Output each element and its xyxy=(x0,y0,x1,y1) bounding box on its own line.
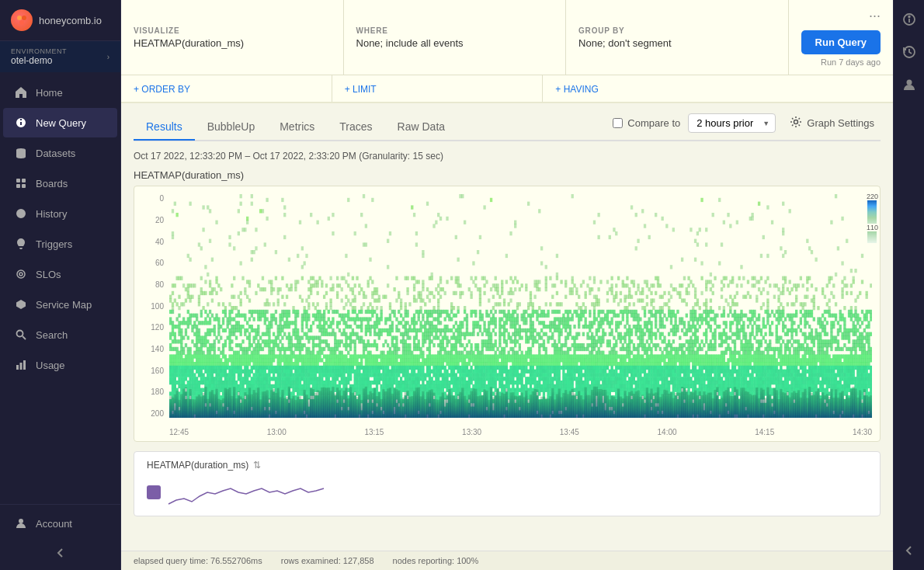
svg-point-16 xyxy=(19,519,23,523)
svg-point-22 xyxy=(906,80,912,85)
svg-rect-15 xyxy=(23,360,26,370)
sidebar-item-boards[interactable]: Boards xyxy=(3,169,117,198)
mini-chart-title: HEATMAP(duration_ms) xyxy=(147,460,248,471)
tab-metrics[interactable]: Metrics xyxy=(267,114,327,141)
svg-point-11 xyxy=(17,331,23,337)
query-menu-button[interactable]: ··· xyxy=(869,8,881,24)
environment-name: otel-demo xyxy=(11,55,67,66)
tab-traces[interactable]: Traces xyxy=(327,114,384,141)
svg-line-12 xyxy=(23,336,26,339)
collapse-sidebar-button[interactable] xyxy=(0,539,120,567)
mini-line-chart xyxy=(168,477,867,508)
sidebar-label-account: Account xyxy=(36,518,72,530)
person-panel-icon[interactable] xyxy=(898,73,921,96)
sidebar-label-new-query: New Query xyxy=(36,117,86,129)
sidebar-item-new-query[interactable]: New Query xyxy=(3,108,117,137)
sidebar-label-service-map: Service Map xyxy=(36,299,92,311)
svg-rect-5 xyxy=(22,179,26,182)
triggers-icon xyxy=(14,237,28,251)
info-panel-icon[interactable] xyxy=(898,8,921,31)
environment-label: ENVIRONMENT xyxy=(11,47,67,55)
sidebar-item-home[interactable]: Home xyxy=(3,78,117,107)
legend-high-value: 220 xyxy=(867,193,878,200)
add-limit-link[interactable]: + LIMIT xyxy=(345,84,377,95)
sidebar-item-triggers[interactable]: Triggers xyxy=(3,229,117,259)
svg-rect-13 xyxy=(16,365,19,370)
sidebar-item-history[interactable]: History xyxy=(3,199,117,228)
y-label-20: 20 xyxy=(155,216,164,224)
sidebar-label-datasets: Datasets xyxy=(36,148,75,159)
run-info: Run 7 days ago xyxy=(821,57,881,67)
sidebar-item-search[interactable]: Search xyxy=(3,320,117,349)
nodes-reporting: nodes reporting: 100% xyxy=(393,556,479,565)
chart-section: Oct 17 2022, 12:33:20 PM – Oct 17 2022, … xyxy=(134,141,881,526)
sidebar-item-usage[interactable]: Usage xyxy=(3,350,117,380)
actions-spacer xyxy=(753,75,893,102)
home-icon xyxy=(14,85,28,99)
chart-title: HEATMAP(duration_ms) xyxy=(134,169,881,181)
compare-checkbox[interactable] xyxy=(613,118,623,128)
visualize-value[interactable]: HEATMAP(duration_ms) xyxy=(134,37,331,49)
sidebar-item-datasets[interactable]: Datasets xyxy=(3,138,117,168)
tab-results[interactable]: Results xyxy=(134,114,195,141)
history-icon xyxy=(14,207,28,221)
tab-raw-data[interactable]: Raw Data xyxy=(385,114,457,141)
svg-point-8 xyxy=(17,270,25,278)
add-order-by-link[interactable]: + ORDER BY xyxy=(134,84,190,95)
x-label-1345: 13:45 xyxy=(560,428,579,436)
right-panel xyxy=(893,0,924,570)
status-bar: elapsed query time: 76.552706ms rows exa… xyxy=(121,551,893,570)
environment-info: ENVIRONMENT otel-demo xyxy=(11,47,67,66)
main-content: VISUALIZE HEATMAP(duration_ms) WHERE Non… xyxy=(121,0,893,570)
collapse-right-icon[interactable] xyxy=(898,539,921,562)
query-row-bottom: + ORDER BY + LIMIT + HAVING xyxy=(121,75,893,102)
y-label-60: 60 xyxy=(155,259,164,267)
compare-to-control: Compare to xyxy=(613,117,680,129)
svg-point-17 xyxy=(794,120,798,124)
compare-select[interactable]: 2 hours prior 1 day prior 1 week prior xyxy=(688,113,776,133)
svg-point-20 xyxy=(908,16,910,18)
x-axis: 12:45 13:00 13:15 13:30 13:45 14:00 14:1… xyxy=(169,428,872,436)
tabs-bar: Results BubbleUp Metrics Traces Raw Data… xyxy=(134,103,881,141)
sidebar-label-search: Search xyxy=(36,329,68,341)
mini-chart-section: HEATMAP(duration_ms) ⇅ xyxy=(134,451,881,516)
y-label-200: 200 xyxy=(151,409,164,418)
graph-settings-button[interactable]: Graph Settings xyxy=(783,113,881,134)
svg-marker-10 xyxy=(16,300,26,309)
svg-rect-4 xyxy=(16,179,20,182)
sidebar-label-usage: Usage xyxy=(36,360,65,371)
gear-icon xyxy=(790,116,802,130)
swap-icon[interactable]: ⇅ xyxy=(253,460,261,471)
legend-mid-value: 110 xyxy=(867,224,878,231)
svg-point-1 xyxy=(22,16,26,20)
group-by-value[interactable]: None; don't segment xyxy=(578,37,776,49)
svg-point-9 xyxy=(19,273,23,276)
where-value[interactable]: None; include all events xyxy=(356,37,554,49)
where-cell: WHERE None; include all events xyxy=(344,0,567,75)
add-having-link[interactable]: + HAVING xyxy=(555,84,598,95)
mini-chart-header: HEATMAP(duration_ms) ⇅ xyxy=(147,460,867,471)
x-label-1245: 12:45 xyxy=(169,428,189,436)
y-label-160: 160 xyxy=(151,367,164,375)
tab-bubbleup[interactable]: BubbleUp xyxy=(195,114,268,141)
sidebar: honeycomb.io ENVIRONMENT otel-demo › Hom… xyxy=(0,0,121,570)
having-cell: + HAVING xyxy=(543,75,753,102)
sidebar-item-account[interactable]: Account xyxy=(3,509,117,538)
y-label-0: 0 xyxy=(159,194,164,203)
group-by-label: GROUP BY xyxy=(578,26,776,35)
sidebar-label-triggers: Triggers xyxy=(36,238,72,250)
sidebar-label-boards: Boards xyxy=(36,178,68,189)
query-actions: ··· Run Query Run 7 days ago xyxy=(789,0,893,75)
run-query-button[interactable]: Run Query xyxy=(801,30,881,54)
environment-selector[interactable]: ENVIRONMENT otel-demo › xyxy=(0,41,120,72)
chart-time-range: Oct 17 2022, 12:33:20 PM – Oct 17 2022, … xyxy=(134,151,881,162)
logo-icon xyxy=(11,9,33,31)
mini-color-swatch xyxy=(147,485,161,499)
svg-rect-14 xyxy=(20,363,23,370)
visualize-label: VISUALIZE xyxy=(134,26,331,35)
history-panel-icon[interactable] xyxy=(898,40,921,64)
sidebar-item-service-map[interactable]: Service Map xyxy=(3,290,117,319)
tabs-right-controls: Compare to 2 hours prior 1 day prior 1 w… xyxy=(613,113,881,140)
group-by-cell: GROUP BY None; don't segment xyxy=(566,0,789,75)
sidebar-item-slos[interactable]: SLOs xyxy=(3,259,117,289)
